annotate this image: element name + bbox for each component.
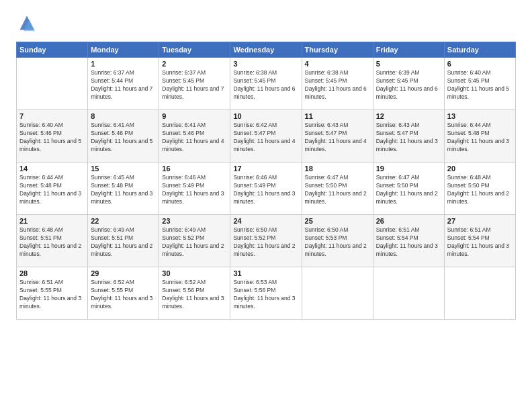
day-number: 12 <box>376 112 441 120</box>
header-row: SundayMondayTuesdayWednesdayThursdayFrid… <box>17 42 516 58</box>
day-number: 29 <box>91 269 156 277</box>
day-info: Sunrise: 6:46 AMSunset: 5:49 PMDaylight:… <box>162 174 227 206</box>
day-info: Sunrise: 6:45 AMSunset: 5:48 PMDaylight:… <box>91 174 156 206</box>
day-number: 30 <box>162 269 227 277</box>
day-cell: 21Sunrise: 6:48 AMSunset: 5:51 PMDayligh… <box>17 215 88 267</box>
day-info: Sunrise: 6:38 AMSunset: 5:45 PMDaylight:… <box>233 69 298 101</box>
day-number: 14 <box>19 165 85 173</box>
day-info: Sunrise: 6:51 AMSunset: 5:55 PMDaylight:… <box>19 279 85 311</box>
day-number: 4 <box>305 60 370 68</box>
day-number: 16 <box>162 165 227 173</box>
day-cell: 22Sunrise: 6:49 AMSunset: 5:51 PMDayligh… <box>88 215 159 267</box>
day-cell: 13Sunrise: 6:44 AMSunset: 5:48 PMDayligh… <box>444 110 515 163</box>
day-number: 19 <box>376 165 441 173</box>
day-number: 15 <box>91 165 156 173</box>
logo <box>16 13 39 35</box>
day-info: Sunrise: 6:37 AMSunset: 5:45 PMDaylight:… <box>162 69 227 101</box>
day-cell <box>373 267 444 320</box>
day-cell: 14Sunrise: 6:44 AMSunset: 5:48 PMDayligh… <box>17 163 88 215</box>
day-cell: 6Sunrise: 6:40 AMSunset: 5:45 PMDaylight… <box>444 58 515 110</box>
day-number: 2 <box>162 60 227 68</box>
day-number: 1 <box>91 60 156 68</box>
day-cell <box>302 267 373 320</box>
day-number: 21 <box>19 217 85 225</box>
day-info: Sunrise: 6:47 AMSunset: 5:50 PMDaylight:… <box>376 174 441 206</box>
day-cell: 29Sunrise: 6:52 AMSunset: 5:55 PMDayligh… <box>88 267 159 320</box>
day-number: 7 <box>19 112 85 120</box>
header-thursday: Thursday <box>302 42 373 58</box>
day-number: 31 <box>233 269 298 277</box>
day-number: 5 <box>376 60 441 68</box>
day-info: Sunrise: 6:51 AMSunset: 5:54 PMDaylight:… <box>447 226 513 259</box>
logo-icon <box>17 13 36 32</box>
day-info: Sunrise: 6:43 AMSunset: 5:47 PMDaylight:… <box>305 122 370 154</box>
day-info: Sunrise: 6:43 AMSunset: 5:47 PMDaylight:… <box>376 122 441 154</box>
day-cell: 26Sunrise: 6:51 AMSunset: 5:54 PMDayligh… <box>373 215 444 267</box>
day-number: 17 <box>233 165 298 173</box>
day-cell: 10Sunrise: 6:42 AMSunset: 5:47 PMDayligh… <box>230 110 302 163</box>
day-info: Sunrise: 6:40 AMSunset: 5:45 PMDaylight:… <box>447 69 513 101</box>
week-row-1: 7Sunrise: 6:40 AMSunset: 5:46 PMDaylight… <box>17 110 516 163</box>
day-info: Sunrise: 6:40 AMSunset: 5:46 PMDaylight:… <box>19 122 85 154</box>
week-row-0: 1Sunrise: 6:37 AMSunset: 5:44 PMDaylight… <box>17 58 516 110</box>
day-cell: 1Sunrise: 6:37 AMSunset: 5:44 PMDaylight… <box>88 58 159 110</box>
day-number: 8 <box>91 112 156 120</box>
day-info: Sunrise: 6:41 AMSunset: 5:46 PMDaylight:… <box>91 122 156 154</box>
day-cell: 2Sunrise: 6:37 AMSunset: 5:45 PMDaylight… <box>159 58 230 110</box>
day-info: Sunrise: 6:51 AMSunset: 5:54 PMDaylight:… <box>376 226 441 259</box>
header <box>16 13 516 35</box>
header-monday: Monday <box>88 42 159 58</box>
day-cell: 30Sunrise: 6:52 AMSunset: 5:56 PMDayligh… <box>159 267 230 320</box>
day-cell: 31Sunrise: 6:53 AMSunset: 5:56 PMDayligh… <box>230 267 302 320</box>
day-number: 24 <box>233 217 298 225</box>
day-info: Sunrise: 6:37 AMSunset: 5:44 PMDaylight:… <box>91 69 156 101</box>
day-cell: 28Sunrise: 6:51 AMSunset: 5:55 PMDayligh… <box>17 267 88 320</box>
day-number: 26 <box>376 217 441 225</box>
day-info: Sunrise: 6:48 AMSunset: 5:51 PMDaylight:… <box>19 226 85 259</box>
week-row-3: 21Sunrise: 6:48 AMSunset: 5:51 PMDayligh… <box>17 215 516 267</box>
day-cell: 19Sunrise: 6:47 AMSunset: 5:50 PMDayligh… <box>373 163 444 215</box>
day-cell: 15Sunrise: 6:45 AMSunset: 5:48 PMDayligh… <box>88 163 159 215</box>
day-info: Sunrise: 6:50 AMSunset: 5:52 PMDaylight:… <box>233 226 298 259</box>
day-cell: 25Sunrise: 6:50 AMSunset: 5:53 PMDayligh… <box>302 215 373 267</box>
day-info: Sunrise: 6:48 AMSunset: 5:50 PMDaylight:… <box>447 174 513 206</box>
day-cell: 16Sunrise: 6:46 AMSunset: 5:49 PMDayligh… <box>159 163 230 215</box>
week-row-2: 14Sunrise: 6:44 AMSunset: 5:48 PMDayligh… <box>17 163 516 215</box>
day-number: 9 <box>162 112 227 120</box>
day-info: Sunrise: 6:44 AMSunset: 5:48 PMDaylight:… <box>19 174 85 206</box>
day-number: 18 <box>305 165 370 173</box>
header-friday: Friday <box>373 42 444 58</box>
day-info: Sunrise: 6:47 AMSunset: 5:50 PMDaylight:… <box>305 174 370 206</box>
day-info: Sunrise: 6:44 AMSunset: 5:48 PMDaylight:… <box>447 122 513 154</box>
day-number: 23 <box>162 217 227 225</box>
day-number: 13 <box>447 112 513 120</box>
header-sunday: Sunday <box>17 42 88 58</box>
day-cell <box>17 58 88 110</box>
header-wednesday: Wednesday <box>230 42 302 58</box>
day-cell: 7Sunrise: 6:40 AMSunset: 5:46 PMDaylight… <box>17 110 88 163</box>
day-cell: 9Sunrise: 6:41 AMSunset: 5:46 PMDaylight… <box>159 110 230 163</box>
day-info: Sunrise: 6:50 AMSunset: 5:53 PMDaylight:… <box>305 226 370 259</box>
day-number: 27 <box>447 217 513 225</box>
day-number: 22 <box>91 217 156 225</box>
header-saturday: Saturday <box>444 42 515 58</box>
day-cell <box>444 267 515 320</box>
day-info: Sunrise: 6:39 AMSunset: 5:45 PMDaylight:… <box>376 69 441 101</box>
day-info: Sunrise: 6:41 AMSunset: 5:46 PMDaylight:… <box>162 122 227 154</box>
day-cell: 11Sunrise: 6:43 AMSunset: 5:47 PMDayligh… <box>302 110 373 163</box>
day-number: 20 <box>447 165 513 173</box>
calendar-table: SundayMondayTuesdayWednesdayThursdayFrid… <box>16 42 516 320</box>
day-cell: 23Sunrise: 6:49 AMSunset: 5:52 PMDayligh… <box>159 215 230 267</box>
day-info: Sunrise: 6:52 AMSunset: 5:56 PMDaylight:… <box>162 279 227 311</box>
day-info: Sunrise: 6:49 AMSunset: 5:52 PMDaylight:… <box>162 226 227 259</box>
page: SundayMondayTuesdayWednesdayThursdayFrid… <box>0 0 532 411</box>
day-cell: 27Sunrise: 6:51 AMSunset: 5:54 PMDayligh… <box>444 215 515 267</box>
day-cell: 8Sunrise: 6:41 AMSunset: 5:46 PMDaylight… <box>88 110 159 163</box>
day-cell: 4Sunrise: 6:38 AMSunset: 5:45 PMDaylight… <box>302 58 373 110</box>
day-number: 25 <box>305 217 370 225</box>
day-cell: 20Sunrise: 6:48 AMSunset: 5:50 PMDayligh… <box>444 163 515 215</box>
day-info: Sunrise: 6:49 AMSunset: 5:51 PMDaylight:… <box>91 226 156 259</box>
day-info: Sunrise: 6:53 AMSunset: 5:56 PMDaylight:… <box>233 279 298 311</box>
day-info: Sunrise: 6:46 AMSunset: 5:49 PMDaylight:… <box>233 174 298 206</box>
day-cell: 3Sunrise: 6:38 AMSunset: 5:45 PMDaylight… <box>230 58 302 110</box>
